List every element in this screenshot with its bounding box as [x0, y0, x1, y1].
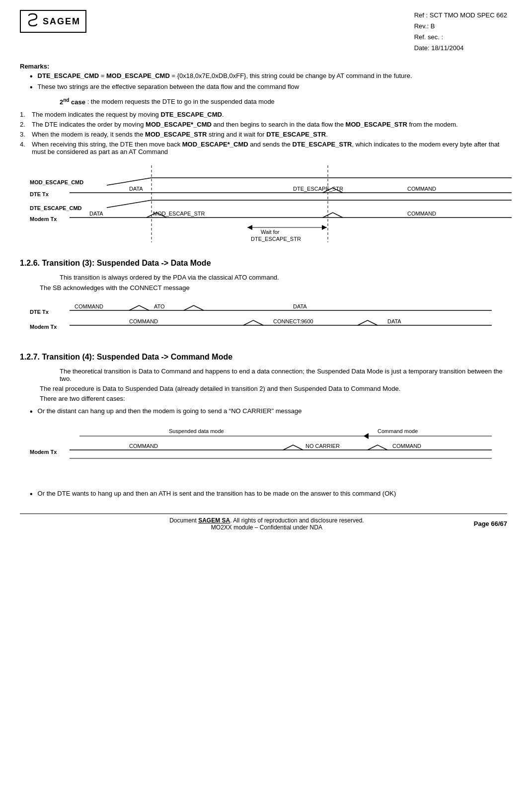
- list-item-4: 4. When receiving this string, the DTE t…: [20, 141, 507, 155]
- svg-marker-9: [247, 225, 252, 230]
- bullet-item-1: DTE_ESCAPE_CMD = MOD_ESCAPE_CMD = {0x18,…: [20, 72, 507, 81]
- s127-bullet1: Or the distant can hang up and then the …: [20, 407, 507, 416]
- command-mode-label: Command mode: [377, 428, 418, 434]
- header-meta: Ref : SCT TMO MOD SPEC 662 Rev.: B Ref. …: [414, 10, 507, 54]
- numbered-list: 1. The modem indicates the request by mo…: [20, 111, 507, 155]
- diagram3-svg: Suspended data mode Command mode Modem T…: [30, 426, 497, 478]
- d3-modem-tx: Modem Tx: [30, 449, 57, 455]
- mod-escape-cmd-bold: MOD_ESCAPE_CMD: [106, 72, 170, 79]
- s126-desc1: This transition is always ordered by the…: [60, 274, 507, 281]
- list-item-1: 1. The modem indicates the request by mo…: [20, 111, 507, 118]
- modem-tx-label1: Modem Tx: [30, 216, 57, 222]
- s127-bullets2: Or the DTE wants to hang up and then an …: [20, 490, 507, 499]
- section126-title: 1.2.6. Transition (3): Suspended Data ->…: [20, 259, 507, 268]
- s127-bullet1-text: Or the distant can hang up and then the …: [38, 407, 507, 415]
- data-label1: DATA: [129, 186, 143, 192]
- s126-desc2-text: The SB acknowledges with the CONNECT mes…: [40, 284, 190, 292]
- bullet-2-text: These two strings are the effective sepa…: [38, 83, 507, 90]
- logo-label: SAGEM: [43, 16, 80, 27]
- dte-tx-label1: DTE Tx: [30, 191, 49, 197]
- command-dte-tx: COMMAND: [407, 186, 436, 192]
- diagram3-container: Suspended data mode Command mode Modem T…: [30, 426, 507, 480]
- bullet-item-2: These two strings are the effective sepa…: [20, 83, 507, 92]
- s127-desc3: There are two different cases:: [40, 395, 507, 402]
- remarks-title: Remarks:: [20, 63, 507, 70]
- footer-center: Document SAGEM SA. All rights of reprodu…: [60, 517, 474, 531]
- logo-box: SAGEM: [20, 10, 86, 33]
- command-modem-tx: COMMAND: [407, 211, 436, 217]
- d3-command2: COMMAND: [392, 443, 421, 449]
- s127-desc2-text: The real procedure is Data to Suspended …: [40, 385, 400, 392]
- header-date: Date: 18/11/2004: [414, 43, 507, 54]
- header-rev: Rev.: B: [414, 21, 507, 32]
- logo-icon: [26, 13, 40, 30]
- remarks-list: DTE_ESCAPE_CMD = MOD_ESCAPE_CMD = {0x18,…: [20, 72, 507, 92]
- diagram2-container: DTE Tx COMMAND ATO DATA Modem Tx COMMAND…: [30, 301, 507, 343]
- s127-bullet2: Or the DTE wants to hang up and then an …: [20, 490, 507, 499]
- d2-dte-tx: DTE Tx: [30, 309, 49, 315]
- s127-desc1-text: The theoretical transition is Data to Co…: [60, 368, 503, 382]
- footer-doc: Document SAGEM SA. All rights of reprodu…: [60, 517, 474, 524]
- nd-sup: nd: [63, 97, 69, 102]
- page: SAGEM Ref : SCT TMO MOD SPEC 662 Rev.: B…: [0, 0, 527, 812]
- s126-desc1-text: This transition is always ordered by the…: [60, 274, 279, 281]
- d2-data2: DATA: [387, 318, 401, 324]
- header-ref: Ref : SCT TMO MOD SPEC 662: [414, 10, 507, 21]
- s127-desc1: The theoretical transition is Data to Co…: [60, 368, 507, 382]
- suspended-label: Suspended data mode: [169, 428, 224, 434]
- wait-for-label: Wait for: [261, 229, 280, 235]
- footer-doc-text: All rights of reproduction and disclosur…: [233, 517, 364, 524]
- section127-title: 1.2.7. Transition (4): Suspended Data ->…: [20, 353, 507, 362]
- footer-mod: MO2XX module – Confidential under NDA: [60, 524, 474, 531]
- dte-escape-str-label: DTE_ESCAPE_STR: [293, 186, 343, 192]
- d3-no-carrier: NO CARRIER: [305, 443, 340, 449]
- bullet-1-text: DTE_ESCAPE_CMD = MOD_ESCAPE_CMD = {0x18,…: [38, 72, 507, 79]
- dte-escape-str2-label: DTE_ESCAPE_STR: [251, 236, 301, 242]
- d2-data: DATA: [293, 303, 307, 309]
- svg-line-5: [107, 200, 151, 208]
- d2-command: COMMAND: [75, 303, 103, 309]
- case2-block: 2nd case : the modem requests the DTE to…: [60, 97, 507, 105]
- header-refsec: Ref. sec. :: [414, 32, 507, 43]
- header: SAGEM Ref : SCT TMO MOD SPEC 662 Rev.: B…: [20, 10, 507, 54]
- diagram1-container: MOD_ESCAPE_CMD DTE Tx DATA DTE_ESCAPE_ST…: [30, 165, 507, 249]
- d2-connect: CONNECT:9600: [273, 318, 313, 324]
- list-item-2: 2. The DTE indicates the order by moving…: [20, 121, 507, 128]
- s127-bullets: Or the distant can hang up and then the …: [20, 407, 507, 416]
- footer-sagem: SAGEM SA: [198, 517, 230, 524]
- diagram2-svg: DTE Tx COMMAND ATO DATA Modem Tx COMMAND…: [30, 301, 497, 341]
- d3-command: COMMAND: [129, 443, 158, 449]
- svg-line-2: [107, 178, 151, 185]
- footer: Document SAGEM SA. All rights of reprodu…: [20, 514, 507, 531]
- s127-desc3-text: There are two different cases:: [40, 395, 125, 402]
- case2-text: : the modem requests the DTE to go in th…: [87, 98, 275, 106]
- dte-escape-cmd-label: DTE_ESCAPE_CMD: [30, 205, 82, 211]
- mod-escape-cmd-label: MOD_ESCAPE_CMD: [30, 179, 83, 185]
- s126-desc2: The SB acknowledges with the CONNECT mes…: [40, 284, 507, 292]
- dte-escape-cmd: DTE_ESCAPE_CMD: [38, 72, 99, 79]
- diagram1-svg: MOD_ESCAPE_CMD DTE Tx DATA DTE_ESCAPE_ST…: [30, 165, 517, 247]
- footer-page: Page 66/67: [474, 520, 507, 527]
- svg-marker-10: [322, 225, 327, 230]
- d2-modem-tx: Modem Tx: [30, 324, 57, 330]
- list-item-3: 3. When the modem is ready, it sends the…: [20, 131, 507, 138]
- sagem-s-icon: [26, 13, 40, 27]
- case2-label: 2nd case: [60, 98, 85, 106]
- mod-escape-str-label: MOD_ESCAPE_STR: [153, 211, 205, 217]
- d2-ato: ATO: [154, 303, 165, 309]
- d2-command2: COMMAND: [129, 318, 158, 324]
- logo-area: SAGEM: [20, 10, 86, 33]
- s127-bullet2-text: Or the DTE wants to hang up and then an …: [38, 490, 507, 497]
- s127-desc2: The real procedure is Data to Suspended …: [40, 385, 507, 392]
- svg-marker-14: [364, 433, 369, 439]
- data-label2: DATA: [89, 211, 103, 217]
- remarks-section: Remarks: DTE_ESCAPE_CMD = MOD_ESCAPE_CMD…: [20, 63, 507, 92]
